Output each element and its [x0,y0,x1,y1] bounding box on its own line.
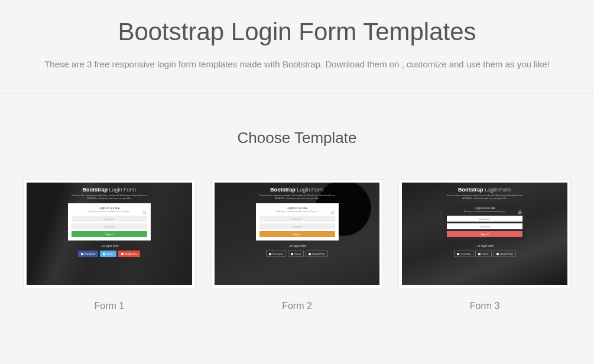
signin-button: Sign in! [259,231,335,237]
thumb-desc: This is a free responsive login form mad… [446,194,523,200]
twitter-button: Twitter [288,251,304,257]
googleplus-button: Google Plus [118,251,141,257]
googleplus-button: Google Plus [306,251,328,257]
facebook-button: Facebook [454,251,474,257]
googleplus-icon [121,253,124,255]
social-buttons: Facebook Twitter Google Plus [266,251,328,257]
template-thumbnail: Bootstrap Login Form This is a free resp… [212,180,383,288]
or-text: ...or login with: [475,244,494,248]
templates-section: Choose Template Bootstrap Login Form Thi… [0,93,594,335]
thumb-desc: This is a free responsive login form mad… [71,194,148,200]
template-card-form2[interactable]: Bootstrap Login Form This is a free resp… [212,180,383,311]
twitter-button: Twitter [100,251,116,257]
or-text: ...or login with: [287,244,306,248]
googleplus-icon [496,253,499,255]
facebook-icon [457,253,459,255]
facebook-button: Facebook [266,251,286,257]
template-thumbnail: Bootstrap Login Form This is a free resp… [399,180,570,288]
facebook-button: Facebook [78,251,98,257]
page-subtitle: These are 3 free responsive login form t… [24,59,570,69]
googleplus-button: Google Plus [494,251,516,257]
lock-icon [142,206,147,212]
section-heading: Choose Template [24,129,570,147]
username-field: Username [259,216,335,222]
username-field: Username [72,216,147,222]
thumb-desc: This is a free responsive login form mad… [259,194,336,200]
facebook-icon [81,253,83,255]
or-text: ...or login with: [100,244,119,248]
template-label: Form 1 [24,301,195,311]
login-panel: Login to our site Enter your username an… [68,203,151,240]
signin-button: Sign in! [72,231,147,237]
template-label: Form 3 [399,301,570,311]
twitter-icon [103,253,105,255]
signin-button: Sign in! [447,231,522,237]
thumb-title: Bootstrap Login Form [83,187,137,193]
password-field: Password [72,223,147,229]
lock-icon [330,206,335,212]
thumb-title: Bootstrap Login Form [458,187,512,193]
lock-icon [517,206,522,212]
thumb-title: Bootstrap Login Form [270,187,324,193]
template-card-form3[interactable]: Bootstrap Login Form This is a free resp… [399,180,570,311]
username-field: Username [447,216,522,222]
social-buttons: Facebook Twitter Google Plus [454,251,516,257]
twitter-icon [478,253,481,255]
template-cards: Bootstrap Login Form This is a free resp… [24,180,570,311]
page-header: Bootstrap Login Form Templates These are… [0,0,594,93]
template-card-form1[interactable]: Bootstrap Login Form This is a free resp… [24,180,195,311]
login-panel: Login to our site Enter your username an… [256,203,339,240]
template-thumbnail: Bootstrap Login Form This is a free resp… [24,180,195,288]
twitter-icon [291,253,293,255]
login-panel: Login to our site Enter your username an… [443,203,526,240]
facebook-icon [269,253,271,255]
twitter-button: Twitter [475,251,492,257]
googleplus-icon [309,253,311,255]
page-title: Bootstrap Login Form Templates [24,18,570,46]
template-label: Form 2 [212,301,383,311]
password-field: Password [447,223,522,229]
password-field: Password [259,223,335,229]
social-buttons: Facebook Twitter Google Plus [78,251,140,257]
